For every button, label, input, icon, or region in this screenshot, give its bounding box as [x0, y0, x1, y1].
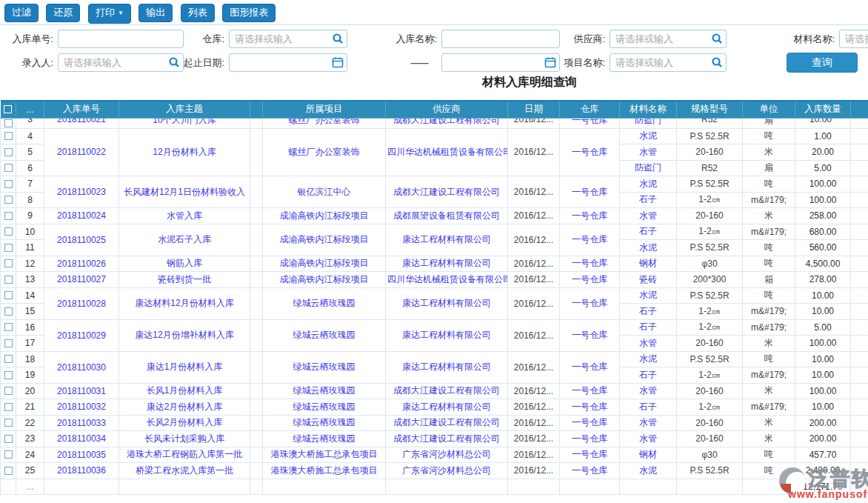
- material-link[interactable]: 水管: [620, 431, 677, 447]
- project-link[interactable]: 绿城云栖玫瑰园: [263, 287, 386, 319]
- order-no-input[interactable]: [58, 30, 184, 48]
- warehouse-link[interactable]: 一号仓库: [560, 415, 620, 431]
- print-button[interactable]: 打印▼: [88, 4, 131, 24]
- warehouse-link[interactable]: 一号仓库: [560, 431, 620, 447]
- order-link[interactable]: 2018110028: [44, 287, 119, 319]
- project-link[interactable]: 绿城云栖玫瑰园: [263, 399, 386, 416]
- warehouse-link[interactable]: 一号仓库: [560, 224, 620, 256]
- order-link[interactable]: 2018110023: [44, 176, 119, 208]
- order-link[interactable]: 2018110021: [44, 118, 119, 128]
- row-checkbox[interactable]: [4, 291, 13, 299]
- material-link[interactable]: 水管: [620, 144, 677, 161]
- order-link[interactable]: 2018110026: [44, 256, 119, 272]
- supplier-link[interactable]: 成都大江建设工程有限公司: [386, 118, 508, 128]
- order-link[interactable]: 2018110029: [44, 319, 119, 351]
- material-link[interactable]: 石子: [620, 304, 677, 320]
- material-link[interactable]: 水管: [620, 336, 677, 352]
- project-link[interactable]: 绿城云栖玫瑰园: [263, 351, 386, 383]
- supplier-link[interactable]: 康达工程材料有限公司: [386, 287, 508, 319]
- row-checkbox[interactable]: [4, 212, 13, 220]
- row-checkbox[interactable]: [4, 339, 13, 347]
- search-button[interactable]: 查询: [787, 53, 858, 73]
- row-checkbox[interactable]: [4, 307, 13, 316]
- filter-button[interactable]: 过滤: [4, 4, 39, 22]
- row-checkbox[interactable]: [4, 371, 13, 379]
- order-link[interactable]: 2018110031: [44, 383, 119, 399]
- material-link[interactable]: 防盗门: [620, 160, 677, 176]
- date-from-input[interactable]: [229, 53, 347, 72]
- order-link[interactable]: 2018110036: [44, 463, 119, 479]
- date-to-input[interactable]: [441, 53, 560, 72]
- warehouse-link[interactable]: 一号仓库: [560, 319, 620, 351]
- project-link[interactable]: 绿城云栖玫瑰园: [263, 415, 386, 431]
- material-link[interactable]: 石子: [620, 319, 677, 336]
- supplier-link[interactable]: 广东省河沙材料总公司: [386, 463, 508, 479]
- material-link[interactable]: 石子: [620, 224, 677, 240]
- material-link[interactable]: 水泥: [620, 351, 677, 367]
- material-link[interactable]: 瓷砖: [620, 272, 677, 288]
- row-checkbox[interactable]: [4, 196, 13, 204]
- project-link[interactable]: 成渝高铁内江标段项目: [263, 272, 386, 288]
- row-checkbox[interactable]: [4, 276, 13, 284]
- supplier-link[interactable]: 康达工程材料有限公司: [386, 224, 508, 256]
- supplier-link[interactable]: 四川华达机械租赁设备有限公司: [386, 128, 508, 176]
- material-link[interactable]: 水泥: [620, 176, 677, 193]
- supplier-link[interactable]: 康达工程材料有限公司: [386, 256, 508, 272]
- material-link[interactable]: 水泥: [620, 240, 677, 256]
- project-link[interactable]: 螺丝厂办公室装饰: [263, 118, 386, 128]
- search-icon[interactable]: [332, 33, 344, 44]
- row-checkbox[interactable]: [4, 180, 13, 188]
- warehouse-link[interactable]: 一号仓库: [560, 128, 620, 176]
- project-link[interactable]: 绿城云栖玫瑰园: [263, 319, 386, 351]
- warehouse-input[interactable]: [229, 30, 347, 48]
- supplier-link[interactable]: 成都展望设备租赁有限公司: [386, 208, 508, 224]
- subject-link[interactable]: 钢筋入库: [119, 256, 250, 272]
- material-link[interactable]: 石子: [620, 399, 677, 416]
- project-link[interactable]: 港珠澳大桥施工总承包项目: [263, 463, 386, 479]
- restore-button[interactable]: 还原: [46, 4, 80, 22]
- material-link[interactable]: 水管: [620, 383, 677, 399]
- subject-link[interactable]: 12月份材料入库: [119, 128, 250, 176]
- order-link[interactable]: 2018110034: [44, 431, 119, 447]
- project-link[interactable]: 银亿滨江中心: [263, 176, 386, 208]
- supplier-link[interactable]: 康达工程材料有限公司: [386, 319, 508, 351]
- warehouse-link[interactable]: 一号仓库: [560, 463, 620, 479]
- warehouse-link[interactable]: 一号仓库: [560, 447, 620, 463]
- material-link[interactable]: 水管: [620, 415, 677, 431]
- order-link[interactable]: 2018110025: [44, 224, 119, 256]
- select-all-checkbox[interactable]: [4, 105, 12, 113]
- row-checkbox[interactable]: [4, 387, 13, 395]
- warehouse-link[interactable]: 一号仓库: [560, 399, 620, 416]
- subject-link[interactable]: 长风2月份材料入库: [119, 415, 250, 431]
- warehouse-link[interactable]: 一号仓库: [560, 383, 620, 399]
- order-link[interactable]: 2018110027: [44, 272, 119, 288]
- subject-link[interactable]: 水泥石子入库: [119, 224, 250, 256]
- order-link[interactable]: 2018110033: [44, 415, 119, 431]
- material-link[interactable]: 石子: [620, 367, 677, 384]
- row-checkbox[interactable]: [4, 419, 13, 427]
- subject-link[interactable]: 港珠大桥工程钢筋入库第一批: [119, 447, 250, 463]
- supplier-input[interactable]: [610, 30, 727, 48]
- supplier-link[interactable]: 广东省河沙材料总公司: [386, 447, 508, 463]
- material-link[interactable]: 水管: [620, 208, 677, 224]
- subject-link[interactable]: 长风未计划采购入库: [119, 431, 250, 447]
- row-checkbox[interactable]: [4, 435, 13, 443]
- row-checkbox[interactable]: [4, 323, 13, 331]
- order-link[interactable]: 2018110032: [44, 399, 119, 416]
- row-checkbox[interactable]: [4, 450, 13, 459]
- project-name-input[interactable]: [610, 53, 727, 72]
- warehouse-link[interactable]: 一号仓库: [560, 272, 620, 288]
- warehouse-link[interactable]: 一号仓库: [560, 351, 620, 383]
- order-link[interactable]: 2018110035: [44, 447, 119, 463]
- supplier-link[interactable]: 成都大江建设工程有限公司: [386, 415, 508, 431]
- project-link[interactable]: 绿城云栖玫瑰园: [263, 383, 386, 399]
- subject-link[interactable]: 康达12月份增补材料入库: [119, 319, 250, 351]
- supplier-link[interactable]: 成都大江建设工程有限公司: [386, 383, 508, 399]
- subject-link[interactable]: 桥梁工程水泥入库第一批: [119, 463, 250, 479]
- recorder-input[interactable]: [58, 53, 184, 72]
- project-link[interactable]: 螺丝厂办公室装饰: [263, 128, 386, 176]
- subject-link[interactable]: 长风1月份材料入库: [119, 383, 250, 399]
- row-checkbox[interactable]: [4, 259, 13, 267]
- supplier-link[interactable]: 成都大江建设工程有限公司: [386, 431, 508, 447]
- supplier-link[interactable]: 四川华达机械租赁设备有限公司: [386, 272, 508, 288]
